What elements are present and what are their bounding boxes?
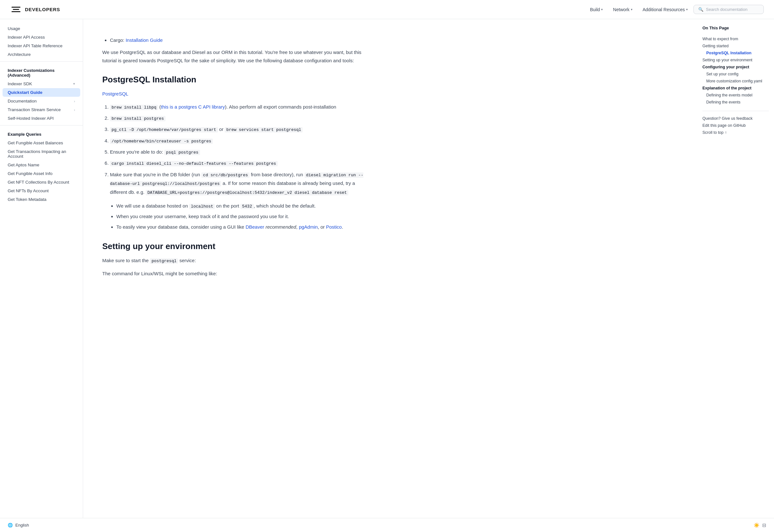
setting-up-environment-heading: Setting up your environment [102, 241, 364, 251]
sidebar-toggle-icon[interactable]: ⊟ [762, 522, 766, 528]
sidebar-item-usage[interactable]: Usage [0, 24, 83, 33]
sidebar-item-documentation[interactable]: Documentation › [0, 97, 83, 105]
info-bullet-2: When you create your username, keep trac… [116, 212, 364, 221]
toc-item-explanation[interactable]: Explanation of the project [702, 85, 769, 92]
layout: Usage Indexer API Access Indexer API Tab… [0, 19, 774, 518]
sidebar-item-get-fungible-asset-balances[interactable]: Get Fungible Asset Balances [0, 139, 83, 147]
sidebar-item-self-hosted-indexer-api[interactable]: Self-Hosted Indexer API [0, 114, 83, 123]
nav-build[interactable]: Build ▾ [586, 5, 607, 14]
search-placeholder: Search documentation [706, 7, 747, 12]
nav-additional-resources-label: Additional Resources [643, 7, 685, 12]
pgadmin-link[interactable]: pgAdmin [299, 224, 318, 230]
toc-item-defining-events[interactable]: Defining the events [702, 99, 769, 106]
documentation-chevron-icon: › [74, 99, 75, 103]
toc-item-defining-events-model[interactable]: Defining the events model [702, 92, 769, 99]
sidebar-item-gnba-label: Get NFTs By Account [8, 188, 49, 193]
sidebar-item-shia-label: Self-Hosted Indexer API [8, 116, 54, 121]
step-7-code-3: DATABASE_URL=postgres://postgres@localho… [146, 190, 348, 195]
toc-item-setting-up-env[interactable]: Setting up your environment [702, 57, 769, 64]
installation-guide-link[interactable]: Installation Guide [125, 37, 163, 43]
scroll-to-top-label: Scroll to top [702, 130, 724, 135]
step-7: Make sure that you're in the DB folder (… [110, 170, 364, 196]
sidebar-item-gnc-label: Get NFT Collections By Account [8, 180, 69, 185]
sidebar-item-documentation-label: Documentation [8, 99, 37, 103]
sidebar-item-gtm-label: Get Token Metadata [8, 197, 46, 202]
toc-item-getting-started[interactable]: Getting started [702, 42, 769, 49]
build-chevron-icon: ▾ [601, 8, 603, 11]
step-1: brew install libpq (this is a postgres C… [110, 103, 364, 111]
language-selector[interactable]: 🌐 English [8, 523, 29, 528]
step-6-code: cargo install diesel_cli --no-default-fe… [110, 161, 278, 166]
sidebar-item-indexer-api-access-label: Indexer API Access [8, 35, 45, 40]
edit-github-label: Edit this page on GitHub [702, 123, 746, 128]
logo-line-1 [11, 7, 20, 8]
sidebar-item-transaction-stream-service[interactable]: Transaction Stream Service › [0, 105, 83, 114]
postgresql-link[interactable]: PostgreSQL [102, 91, 128, 96]
header: DEVELOPERS Build ▾ Network ▾ Additional … [0, 0, 774, 19]
sidebar-item-gtia-label: Get Transactions Impacting an Account [8, 149, 75, 159]
logo-line-2 [13, 9, 19, 10]
feedback-link[interactable]: Question? Give us feedback [702, 116, 769, 121]
nav-additional-resources[interactable]: Additional Resources ▾ [638, 5, 692, 14]
localhost-code: localhost [189, 204, 215, 209]
footer-bar: 🌐 English ☀️ ⊟ [0, 518, 774, 532]
scroll-to-top-icon: ↑ [725, 130, 727, 135]
logo-icon [10, 4, 22, 15]
step-6: cargo install diesel_cli --no-default-fe… [110, 159, 364, 167]
logo-area: DEVELOPERS [10, 4, 60, 15]
postgresql-service-code: postgresql [150, 258, 178, 264]
sidebar-item-get-nft-collections[interactable]: Get NFT Collections By Account [0, 178, 83, 186]
toc-item-more-customization[interactable]: More customization config.yaml [702, 78, 769, 85]
toc-item-postgresql-installation[interactable]: PostgreSQL Installation [702, 49, 769, 57]
logo-text: DEVELOPERS [25, 7, 60, 12]
step-5-code: psql postgres [164, 150, 200, 155]
step-3: pg_ctl -D /opt/homebrew/var/postgres sta… [110, 125, 364, 133]
env-paragraph: Make sure to start the postgresql servic… [102, 256, 364, 265]
postgresql-link-para: PostgreSQL [102, 90, 364, 98]
sidebar: Usage Indexer API Access Indexer API Tab… [0, 19, 83, 518]
sidebar-item-get-nfts-by-account[interactable]: Get NFTs By Account [0, 186, 83, 195]
toc-item-set-up-config[interactable]: Set up your config [702, 71, 769, 78]
sidebar-item-architecture[interactable]: Architecture [0, 50, 83, 59]
step-2: brew install postgres [110, 114, 364, 122]
intro-paragraph: We use PostgreSQL as our database and Di… [102, 48, 364, 65]
tss-chevron-icon: › [74, 108, 75, 112]
sidebar-item-indexer-api-table-reference[interactable]: Indexer API Table Reference [0, 42, 83, 50]
scroll-to-top-link[interactable]: Scroll to top ↑ [702, 130, 769, 135]
sidebar-item-get-transactions-impacting[interactable]: Get Transactions Impacting an Account [0, 147, 83, 161]
postgresql-installation-heading: PostgreSQL Installation [102, 75, 364, 85]
env-next-paragraph: The command for Linux/WSL might be somet… [102, 270, 364, 278]
edit-github-link[interactable]: Edit this page on GitHub [702, 123, 769, 128]
cargo-bullet: Cargo: Installation Guide [110, 36, 364, 44]
sidebar-item-gfai-label: Get Fungible Asset Info [8, 171, 52, 176]
step-4-code: /opt/homebrew/bin/createuser -s postgres [110, 139, 213, 144]
step-2-code: brew install postgres [110, 116, 165, 121]
toc-item-configuring-project[interactable]: Configuring your project [702, 64, 769, 71]
step-3-code-1: pg_ctl -D /opt/homebrew/var/postgres sta… [110, 127, 218, 133]
sidebar-item-gfab-label: Get Fungible Asset Balances [8, 141, 63, 145]
step-3-code-2: brew services start postgresql [225, 127, 303, 133]
sidebar-item-get-aptos-name[interactable]: Get Aptos Name [0, 161, 83, 169]
toc-divider [702, 111, 769, 111]
content-area: Cargo: Installation Guide We use Postgre… [102, 36, 364, 277]
sidebar-item-indexer-api-access[interactable]: Indexer API Access [0, 33, 83, 42]
toc-item-what-to-expect[interactable]: What to expect from [702, 35, 769, 42]
sidebar-item-quickstart-guide-label: Quickstart Guide [8, 90, 42, 95]
dbeaver-link[interactable]: DBeaver [246, 224, 264, 230]
postgres-c-api-link[interactable]: this is a postgres C API library [161, 104, 225, 110]
sidebar-item-architecture-label: Architecture [8, 52, 31, 57]
theme-toggle-icon[interactable]: ☀️ [754, 522, 760, 528]
step-1-code-1: brew install libpq [110, 105, 158, 110]
sidebar-item-quickstart-guide[interactable]: Quickstart Guide [3, 88, 80, 97]
sidebar-item-get-fungible-asset-info[interactable]: Get Fungible Asset Info [0, 169, 83, 178]
sidebar-item-tss-label: Transaction Stream Service [8, 107, 61, 112]
search-box[interactable]: 🔍 Search documentation [694, 5, 764, 14]
sidebar-item-gan-label: Get Aptos Name [8, 163, 39, 167]
nav-network[interactable]: Network ▾ [609, 5, 637, 14]
search-icon: 🔍 [698, 7, 703, 12]
cargo-label: Cargo: [110, 37, 125, 43]
sidebar-item-indexer-sdk[interactable]: Indexer SDK ▾ [0, 80, 83, 88]
sidebar-item-get-token-metadata[interactable]: Get Token Metadata [0, 195, 83, 204]
postico-link[interactable]: Postico [326, 224, 342, 230]
nav-build-label: Build [590, 7, 600, 12]
